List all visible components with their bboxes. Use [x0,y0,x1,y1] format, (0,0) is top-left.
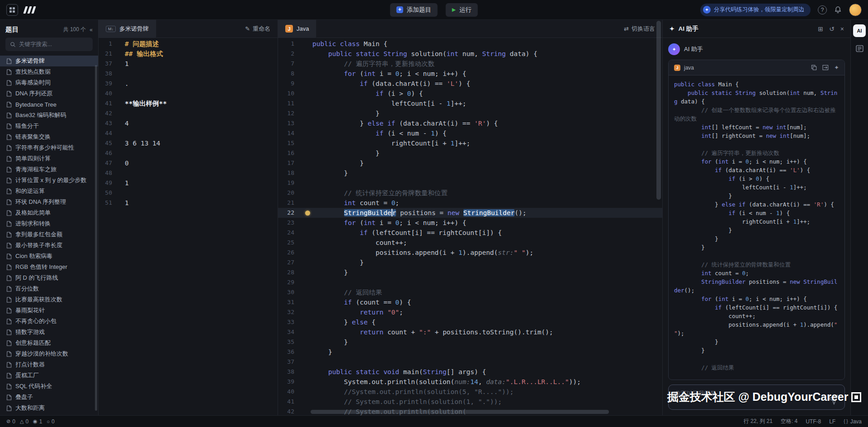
help-icon[interactable]: ? [818,5,827,14]
line-number: 45 [99,138,119,148]
sidebar-item[interactable]: 不再贪心的小包 [0,316,98,327]
sidebar-item[interactable]: 穿越沙漠的补给次数 [0,348,98,359]
sidebar-item[interactable]: 病毒感染时间 [0,77,98,88]
sidebar-item[interactable]: Bytedance Tree [0,99,98,110]
line-number: 15 [278,138,304,148]
sidebar-item[interactable]: 青海湖租车之旅 [0,164,98,175]
send-icon[interactable] [827,393,839,405]
code-line: 34 return count + ":" + positions.toStri… [278,327,662,337]
sidebar-item[interactable]: 猜数字游戏 [0,327,98,338]
horizontal-scrollbar[interactable] [311,410,609,414]
problem-counter[interactable]: ○0 [47,418,54,425]
collapse-sidebar-icon[interactable]: « [90,27,93,33]
history-icon[interactable]: ↺ [829,25,835,33]
vertical-scrollbar[interactable] [656,21,661,200]
sidebar-item[interactable]: 创意标题匹配 [0,338,98,348]
problem-list: 多米诺骨牌查找热点数据病毒感染时间DNA 序列还原Bytedance TreeB… [0,56,98,415]
eol[interactable]: LF [829,418,835,425]
language-mode[interactable]: { } Java [844,418,862,425]
swap-icon: ⇄ [624,25,629,32]
sidebar-item-label: 病毒感染时间 [15,79,51,87]
sidebar-item[interactable]: 猫鱼分干 [0,121,98,131]
sidebar-item[interactable]: 蛋糕工厂 [0,370,98,381]
sidebar-item[interactable]: DNA 序列还原 [0,88,98,99]
sidebar-item[interactable]: 大数和距离 [0,403,98,413]
sparkle-icon[interactable]: ✦ [834,64,839,71]
code-line: 30 // 返回结果 [278,287,662,297]
sidebar-item[interactable]: Cion 勒索病毒 [0,251,98,262]
file-icon [6,156,12,162]
sidebar-item[interactable]: 及格如此简单 [0,207,98,218]
add-problem-button[interactable]: + 添加题目 [390,3,438,17]
sidebar-item[interactable]: SQL 代码补全 [0,381,98,392]
code-line: 14 if (i < num - 1) { [278,128,662,138]
sidebar-item[interactable]: 计算位置 x 到 y 的最少步数 [0,175,98,186]
line-number: 1 [278,39,304,49]
sidebar-item-label: DNA 序列还原 [15,89,52,98]
notification-icon[interactable] [834,6,842,14]
ai-assistant-button[interactable]: AI [853,24,866,37]
sidebar-item[interactable]: RGB 色值转 Integer [0,262,98,272]
ai-chat-input[interactable] [669,385,844,409]
code-line: 41 // System.out.println(solution(1, "."… [278,397,662,407]
search-box[interactable] [5,38,93,51]
line-number: 41 [99,99,119,108]
cursor-position[interactable]: 行 22, 列 21 [744,418,773,425]
sidebar-item[interactable]: 简单四则计算 [0,153,98,164]
insert-code-icon[interactable] [822,65,829,70]
md-editor-lines[interactable]: 1# 问题描述21## 输出格式3713839.4041**输出样例**4243… [99,38,278,415]
problems-summary[interactable]: ⊘0△0◉1○0 [6,418,55,425]
encoding[interactable]: UTF-8 [806,418,821,425]
close-icon[interactable]: × [840,25,844,33]
new-chat-icon[interactable]: ⊞ [818,25,823,33]
sidebar-item[interactable]: 打点计数器 [0,359,98,370]
java-tab-label: Java [297,25,309,32]
sidebar-item[interactable]: 进制求和转换 [0,218,98,229]
code-language-label: java [684,65,694,71]
search-input[interactable] [19,41,88,47]
promo-badge[interactable]: ✦ 分享代码练习体验，领限量定制周边 [700,4,811,16]
lightbulb-icon[interactable] [305,211,310,216]
sidebar-item[interactable]: Base32 编码和解码 [0,110,98,121]
problem-counter[interactable]: ⊘0 [6,418,15,425]
sidebar-item[interactable]: 和的逆运算 [0,186,98,197]
tab-java[interactable]: J Java [278,20,316,38]
line-number: 29 [278,277,304,287]
tab-problem[interactable]: M↓ 多米诺骨牌 [99,20,156,38]
app-menu-icon[interactable] [6,4,18,16]
code-line: 11 leftCount[i - 1]++; [278,99,662,108]
code-line: 10 if (i > 0) { [278,89,662,99]
user-avatar[interactable] [849,4,862,16]
sidebar-item[interactable]: 字符串有多少种可能性 [0,142,98,153]
toolbox-icon[interactable] [855,44,864,53]
sidebar-item[interactable]: 叠盘子 [0,392,98,403]
sidebar-item-label: RGB 色值转 Integer [15,263,67,271]
sidebar-item[interactable]: 百分位数 [0,283,98,294]
sidebar-item[interactable]: 最小替换子串长度 [0,240,98,251]
copy-icon[interactable] [811,65,817,70]
sidebar-item[interactable]: 暴雨梨花针 [0,305,98,316]
grid-icon [9,7,15,13]
rename-label: 重命名 [253,25,270,33]
problem-counter[interactable]: ◉1 [33,418,42,425]
line-number: 11 [278,99,304,108]
sidebar-item[interactable]: 拿到最多红包金额 [0,229,98,240]
rename-button[interactable]: ✎ 重命名 [245,25,278,33]
file-icon [6,384,12,389]
code-line: 50 [99,188,278,198]
sidebar-item[interactable]: 环状 DNA 序列整理 [0,197,98,207]
code-editor-lines[interactable]: 1public class Main {2 public static Stri… [278,38,662,415]
problem-counter[interactable]: △0 [20,418,28,425]
code-line: 23 for (int i = 0; i < num; i++) { [278,218,662,228]
sidebar-item[interactable]: 阿 D 的飞行路线 [0,272,98,283]
sidebar-item[interactable]: 比赛最高获胜次数 [0,294,98,305]
run-button[interactable]: ▶ 运行 [446,3,478,17]
code-line: 1public class Main { [278,39,662,49]
sidebar-item[interactable]: 多米诺骨牌 [0,56,98,66]
sidebar-scrollbar[interactable] [95,65,97,411]
indent-setting[interactable]: 空格: 4 [781,418,797,425]
ai-chat-input-box[interactable] [668,385,845,410]
sidebar-item[interactable]: 链表聚集交换 [0,131,98,142]
ai-assistant-name: AI 助手 [684,45,703,53]
sidebar-item[interactable]: 查找热点数据 [0,66,98,77]
